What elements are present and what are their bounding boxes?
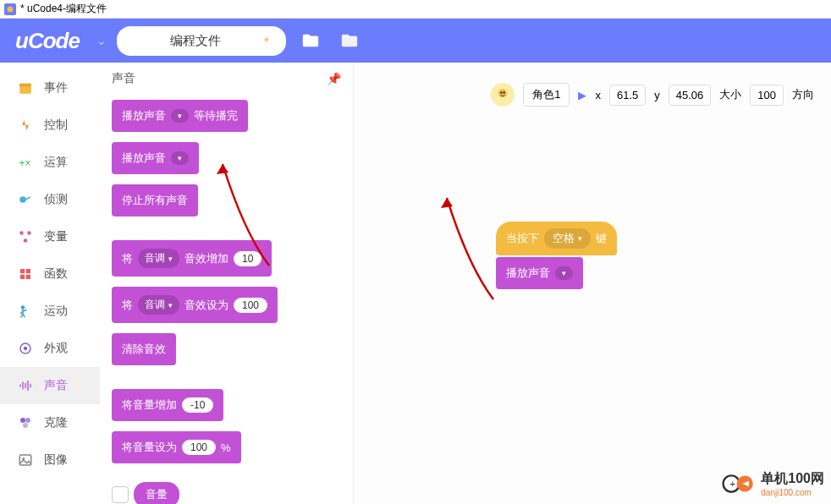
sidebar-label: 控制 [44, 118, 68, 133]
operators-icon: +× [17, 154, 34, 171]
volume-input[interactable]: 100 [182, 440, 216, 455]
sound-dropdown[interactable] [171, 109, 189, 123]
sidebar-item-clone[interactable]: 克隆 [0, 404, 100, 441]
top-toolbar: uCode ⌄ 编程文件 * [0, 19, 831, 63]
svg-point-6 [19, 231, 24, 235]
block-stop-all-sounds[interactable]: 停止所有声音 [112, 184, 198, 216]
app-icon [4, 3, 16, 15]
svg-point-27 [500, 91, 503, 94]
sprite-name-field[interactable]: 角色1 [523, 83, 570, 107]
sprite-size-input[interactable]: 100 [750, 85, 784, 106]
svg-point-21 [20, 418, 25, 423]
svg-text:+×: +× [19, 157, 31, 169]
watermark-text: 单机100网 [761, 470, 824, 488]
block-clear-effects[interactable]: 清除音效 [112, 333, 176, 365]
watermark-icon: + [722, 471, 756, 496]
file-modified-indicator: * [264, 34, 269, 48]
sidebar-item-looks[interactable]: 外观 [0, 330, 100, 367]
pin-icon[interactable]: 📌 [327, 72, 341, 85]
direction-label: 方向 [792, 87, 814, 102]
run-flag-icon[interactable]: ▶ [578, 89, 586, 101]
svg-point-22 [25, 418, 30, 423]
palette-title: 声音 [112, 71, 135, 86]
svg-rect-20 [30, 384, 31, 388]
sensing-icon [17, 191, 34, 208]
motion-icon [17, 303, 34, 320]
sidebar-item-sensing[interactable]: 侦测 [0, 181, 100, 218]
svg-rect-11 [20, 275, 25, 279]
sidebar-label: 事件 [44, 80, 68, 96]
control-icon [17, 117, 34, 134]
effect-dropdown[interactable]: 音调 [138, 249, 179, 268]
size-label: 大小 [719, 87, 741, 102]
sidebar-item-control[interactable]: 控制 [0, 107, 100, 144]
svg-rect-18 [25, 383, 26, 388]
stage-area: 角色1 ▶ x 61.5 y 45.06 大小 100 方向 当按下 空格 键 … [354, 63, 831, 504]
svg-point-28 [504, 91, 506, 94]
sidebar-item-motion[interactable]: 运动 [0, 293, 100, 330]
variables-icon [17, 228, 34, 245]
canvas-script[interactable]: 当按下 空格 键 播放声音 [496, 222, 617, 289]
sidebar-label: 变量 [44, 229, 68, 244]
sprite-thumbnail[interactable] [491, 83, 515, 107]
calendar-icon [17, 79, 34, 96]
logo-menu-chevron-icon[interactable]: ⌄ [96, 34, 107, 47]
y-label: y [654, 89, 660, 101]
main-area: 事件 控制 +×运算 侦测 变量 函数 运动 外观 声音 克隆 图像 声音 📌 … [0, 63, 831, 504]
x-label: x [595, 89, 601, 101]
sidebar-item-operators[interactable]: +×运算 [0, 144, 100, 181]
sidebar-item-variables[interactable]: 变量 [0, 218, 100, 255]
volume-input[interactable]: -10 [182, 397, 213, 413]
key-dropdown[interactable]: 空格 [544, 228, 591, 249]
svg-marker-29 [441, 198, 453, 208]
clone-icon [17, 414, 34, 431]
looks-icon [17, 340, 34, 357]
sprite-info-bar: 角色1 ▶ x 61.5 y 45.06 大小 100 方向 [354, 83, 831, 107]
file-tab[interactable]: 编程文件 * [117, 26, 286, 56]
window-title-bar: * uCode4-编程文件 [0, 0, 831, 19]
svg-rect-9 [20, 269, 25, 273]
svg-point-23 [23, 423, 28, 428]
block-set-volume[interactable]: 将音量设为100% [112, 431, 241, 463]
sidebar-item-events[interactable]: 事件 [0, 69, 100, 107]
stack-block-play-sound[interactable]: 播放声音 [496, 257, 583, 289]
svg-point-1 [8, 6, 14, 12]
svg-rect-10 [26, 269, 30, 273]
svg-point-8 [24, 238, 28, 243]
block-change-volume[interactable]: 将音量增加-10 [112, 389, 223, 421]
folder-open-icon[interactable] [296, 26, 325, 55]
block-play-sound-wait[interactable]: 播放声音等待播完 [112, 100, 248, 132]
block-set-effect[interactable]: 将音调音效设为100 [112, 287, 278, 323]
sidebar-label: 外观 [44, 341, 68, 356]
sound-icon [17, 377, 34, 394]
block-change-effect[interactable]: 将音调音效增加10 [112, 240, 272, 277]
svg-rect-3 [19, 84, 31, 87]
sidebar-item-sound[interactable]: 声音 [0, 367, 100, 404]
block-palette: 声音 📌 播放声音等待播完 播放声音 停止所有声音 将音调音效增加10 将音调音… [100, 63, 354, 504]
sprite-y-input[interactable]: 45.06 [669, 85, 712, 106]
effect-dropdown[interactable]: 音调 [138, 295, 179, 315]
svg-rect-24 [19, 455, 31, 465]
svg-rect-12 [26, 275, 30, 279]
svg-text:+: + [730, 479, 736, 489]
functions-icon [17, 266, 34, 282]
reporter-checkbox[interactable] [112, 486, 129, 503]
folder-icon[interactable] [335, 26, 364, 55]
sidebar-label: 图像 [44, 452, 68, 468]
sound-dropdown[interactable] [555, 266, 573, 280]
effect-input[interactable]: 10 [234, 251, 261, 266]
sidebar-item-functions[interactable]: 函数 [0, 255, 100, 293]
sidebar-item-image[interactable]: 图像 [0, 441, 100, 479]
annotation-arrow-1 [434, 189, 502, 308]
category-sidebar: 事件 控制 +×运算 侦测 变量 函数 运动 外观 声音 克隆 图像 [0, 63, 100, 504]
effect-input[interactable]: 100 [234, 298, 267, 313]
sound-dropdown[interactable] [171, 151, 189, 165]
sidebar-label: 运算 [44, 155, 68, 170]
svg-point-5 [19, 196, 26, 203]
watermark-url: danji100.com [761, 488, 824, 497]
block-volume-reporter[interactable]: 音量 [134, 482, 179, 504]
hat-block-when-key[interactable]: 当按下 空格 键 [496, 222, 617, 255]
block-play-sound[interactable]: 播放声音 [112, 142, 199, 174]
sprite-x-input[interactable]: 61.5 [609, 85, 646, 106]
file-tab-name: 编程文件 [134, 33, 257, 49]
